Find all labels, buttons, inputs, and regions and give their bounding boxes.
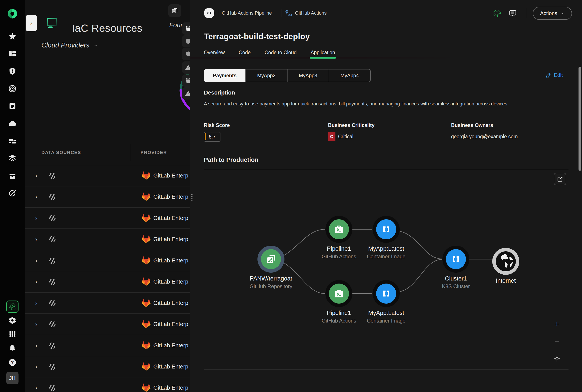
graph-node-warning[interactable] — [182, 62, 190, 74]
gitlab-logo-icon — [141, 171, 151, 181]
zoom-out-button[interactable]: − — [552, 336, 562, 346]
layers-icon[interactable] — [8, 154, 17, 162]
table-row[interactable]: ›GitLab Enterp — [25, 356, 190, 377]
provider-name: GitLab Enterp — [153, 208, 188, 228]
table-row[interactable]: ›GitLab Enterp — [25, 186, 190, 207]
column-header-data-sources[interactable]: DATA SOURCES — [42, 150, 81, 155]
row-expand-chevron[interactable]: › — [35, 165, 37, 186]
table-row[interactable]: ›GitLab Enterp — [25, 250, 190, 271]
gitlab-logo-icon — [141, 383, 151, 392]
row-expand-chevron[interactable]: › — [35, 335, 37, 356]
row-expand-chevron[interactable]: › — [35, 293, 37, 314]
shield-icon — [185, 50, 190, 58]
diagram-node-repository[interactable]: PANW/terragoat GitHub Repository — [232, 246, 310, 290]
table-row[interactable]: ›GitLab Enterp — [25, 271, 190, 292]
brand-logo-icon[interactable] — [7, 8, 18, 20]
graph-node-bucket[interactable] — [182, 22, 190, 35]
row-expand-chevron[interactable]: › — [35, 271, 37, 292]
zoom-in-button[interactable]: + — [552, 319, 562, 329]
table-row[interactable]: ›GitLab Enterp — [25, 228, 190, 250]
shield-icon — [185, 38, 190, 45]
provider-name: GitLab Enterp — [153, 356, 188, 377]
assets-icon[interactable] — [8, 137, 17, 146]
chevron-down-icon — [93, 43, 98, 48]
node-subtitle: GitHub Repository — [250, 283, 292, 290]
shield-alert-icon[interactable] — [8, 67, 17, 76]
pipeline-icon — [333, 288, 344, 299]
container-image-icon — [381, 224, 392, 235]
table-row[interactable]: ›GitLab Enterp — [25, 165, 190, 186]
iac-source-icon — [47, 256, 57, 267]
pipeline-diagram[interactable]: PANW/terragoat GitHub Repository Pipelin… — [190, 0, 582, 392]
iac-panel-title: IaC Resources — [72, 22, 142, 34]
iac-monitor-icon — [45, 16, 58, 30]
node-subtitle: K8S Cluster — [442, 283, 470, 290]
cloud-providers-group[interactable]: Cloud Providers — [42, 42, 98, 49]
iac-source-icon — [47, 192, 57, 203]
row-expand-chevron[interactable]: › — [35, 356, 37, 377]
vertical-scrollbar[interactable] — [578, 67, 581, 171]
provider-name: GitLab Enterp — [153, 378, 188, 392]
node-title: MyApp:Latest — [368, 310, 404, 316]
provider-name: GitLab Enterp — [153, 165, 188, 186]
row-expand-chevron[interactable]: › — [35, 186, 37, 207]
iac-source-icon — [47, 362, 57, 373]
reports-icon[interactable] — [8, 102, 17, 110]
chevron-right-icon: › — [30, 20, 32, 26]
diagram-node-container-image[interactable]: MyApp:Latest Container Image — [347, 216, 426, 260]
star-icon[interactable] — [8, 32, 17, 41]
section-divider — [204, 370, 568, 370]
user-avatar[interactable]: JH — [6, 372, 18, 384]
clear-graph-button[interactable] — [168, 4, 181, 17]
diagram-edges — [190, 0, 582, 392]
gauge-icon[interactable] — [8, 188, 17, 197]
table-row[interactable]: ›GitLab Enterp — [25, 207, 190, 228]
help-icon[interactable]: ? — [8, 358, 16, 366]
gitlab-logo-icon — [141, 319, 151, 330]
row-expand-chevron[interactable]: › — [35, 378, 37, 392]
row-expand-chevron[interactable]: › — [35, 208, 37, 228]
graph-node-shield[interactable] — [182, 35, 190, 48]
graph-node-bucket[interactable] — [182, 74, 190, 87]
table-row[interactable]: ›GitLab Enterp — [25, 377, 190, 392]
iac-source-icon — [47, 383, 57, 392]
container-image-icon — [450, 254, 461, 264]
group-label: Cloud Providers — [42, 42, 90, 49]
iac-source-icon — [47, 340, 57, 352]
provider-name: GitLab Enterp — [153, 314, 188, 334]
iac-source-icon — [47, 276, 57, 288]
provider-name: GitLab Enterp — [153, 186, 188, 207]
dashboard-icon[interactable] — [8, 50, 17, 58]
column-header-provider[interactable]: PROVIDER — [140, 150, 167, 155]
cloud-icon[interactable] — [8, 119, 17, 128]
ai-assistant-button[interactable] — [6, 300, 18, 313]
node-title: Cluster1 — [445, 275, 467, 282]
row-expand-chevron[interactable]: › — [35, 229, 37, 250]
row-expand-chevron[interactable]: › — [35, 250, 37, 271]
archive-icon[interactable] — [8, 172, 17, 180]
panel-expand-handle[interactable]: › — [26, 15, 37, 31]
table-row[interactable]: ›GitLab Enterp — [25, 314, 190, 334]
provider-name: GitLab Enterp — [153, 271, 188, 292]
column-divider — [131, 144, 131, 161]
node-title: Internet — [496, 278, 516, 284]
node-subtitle: Container Image — [367, 254, 405, 260]
app-screen: ? JH › IaC Resources Foun Cloud Provider… — [0, 0, 582, 392]
notifications-bell-icon[interactable] — [8, 344, 16, 352]
globe-icon — [496, 251, 516, 271]
table-row[interactable]: ›GitLab Enterp — [25, 335, 190, 356]
node-subtitle: Container Image — [367, 318, 405, 324]
recenter-button[interactable] — [552, 354, 562, 364]
settings-gear-icon[interactable] — [8, 316, 16, 324]
graph-node-shield[interactable] — [182, 48, 190, 60]
graph-node-warning[interactable] — [182, 87, 190, 100]
diagram-node-container-image[interactable]: MyApp:Latest Container Image — [347, 280, 426, 324]
diagram-node-internet[interactable]: Internet — [466, 248, 545, 284]
crosshair-icon — [554, 355, 560, 362]
gitlab-logo-icon — [141, 362, 151, 372]
table-row[interactable]: ›GitLab Enterp — [25, 292, 190, 314]
gitlab-logo-icon — [141, 298, 151, 308]
row-expand-chevron[interactable]: › — [35, 314, 37, 334]
apps-grid-icon[interactable] — [8, 330, 16, 338]
target-icon[interactable] — [8, 84, 17, 93]
